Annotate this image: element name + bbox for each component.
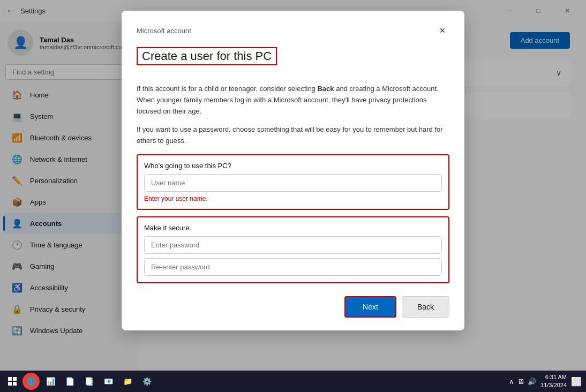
taskbar-excel[interactable]: 📊 <box>42 373 59 390</box>
taskbar-outlook[interactable]: 📧 <box>100 373 117 390</box>
svg-rect-2 <box>8 382 12 386</box>
username-input[interactable] <box>144 174 442 192</box>
dialog-buttons: Next Back <box>137 296 449 318</box>
dialog-titlebar: Microsoft account ✕ <box>137 24 449 37</box>
taskbar-monitor-icon[interactable]: 🖥 <box>517 378 524 386</box>
taskbar: 🌐 📊 📄 📑 📧 📁 ⚙️ ∧ 🖥 🔊 6:31 AM 11/3/2024 ⬜ <box>0 371 586 392</box>
svg-rect-1 <box>13 377 17 381</box>
taskbar-settings[interactable]: ⚙️ <box>138 373 155 390</box>
password-input[interactable] <box>144 236 442 254</box>
username-error: Enter your user name. <box>144 195 442 202</box>
taskbar-word[interactable]: 📄 <box>61 373 78 390</box>
dialog-title: Microsoft account <box>137 27 191 35</box>
back-button-dialog[interactable]: Back <box>402 296 449 318</box>
taskbar-right: ∧ 🖥 🔊 6:31 AM 11/3/2024 ⬜ <box>509 373 582 390</box>
dialog-overlay: Microsoft account ✕ Create a user for th… <box>0 0 586 371</box>
dialog-close-button[interactable]: ✕ <box>435 24 449 37</box>
taskbar-clock[interactable]: 6:31 AM 11/3/2024 <box>540 373 567 390</box>
dialog-description-1: If this account is for a child or teenag… <box>137 84 449 117</box>
username-section-label: Who's going to use this PC? <box>144 162 442 170</box>
dialog: Microsoft account ✕ Create a user for th… <box>122 11 464 330</box>
next-button[interactable]: Next <box>344 296 396 318</box>
taskbar-chrome[interactable]: 🌐 <box>22 373 40 390</box>
dialog-description-2: If you want to use a password, choose so… <box>137 124 449 147</box>
taskbar-volume-icon[interactable]: 🔊 <box>528 378 536 386</box>
password-section: Make it secure. <box>137 216 449 283</box>
reenter-password-input[interactable] <box>144 258 442 276</box>
password-section-label: Make it secure. <box>144 224 442 232</box>
start-button[interactable] <box>4 373 20 389</box>
chevron-up-icon[interactable]: ∧ <box>509 378 514 386</box>
svg-rect-0 <box>8 377 12 381</box>
username-section: Who's going to use this PC? Enter your u… <box>137 154 449 210</box>
taskbar-date-text: 11/3/2024 <box>540 381 567 389</box>
taskbar-powerpoint[interactable]: 📑 <box>80 373 97 390</box>
taskbar-sys-icons: ∧ 🖥 🔊 <box>509 378 536 386</box>
notification-icon[interactable]: ⬜ <box>571 376 582 387</box>
svg-rect-3 <box>13 382 17 386</box>
taskbar-time-text: 6:31 AM <box>540 373 567 381</box>
taskbar-explorer[interactable]: 📁 <box>119 373 136 390</box>
dialog-heading: Create a user for this PC <box>137 47 277 65</box>
taskbar-items: 🌐 📊 📄 📑 📧 📁 ⚙️ <box>22 373 155 390</box>
